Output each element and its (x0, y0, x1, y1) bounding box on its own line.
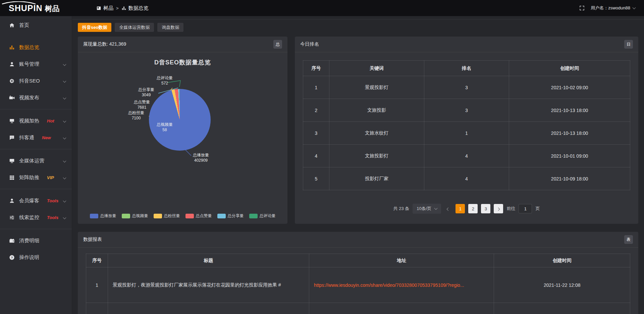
wallet-icon (9, 238, 15, 244)
sidebar-item-account[interactable]: 账号管理 (0, 56, 72, 72)
legend-item-likes[interactable]: 总点赞量 (185, 213, 212, 219)
sidebar-item-home[interactable]: 首页 (0, 17, 72, 34)
table-badge-button[interactable]: 表 (624, 235, 633, 244)
pie-callout-fans: 总粉丝量7100 (121, 110, 151, 121)
grid-icon (9, 175, 15, 180)
pie-callout-likes: 总点赞量7681 (127, 99, 157, 110)
main-content: 抖音seo数据 全媒体运营数据 询盘数据 展现量总数: 421,369 总 D音… (72, 16, 644, 314)
page-size-select[interactable]: 10条/页 (413, 204, 441, 214)
page-button-3[interactable]: 3 (481, 204, 490, 213)
sidebar-divider (0, 149, 72, 149)
legend-swatch (90, 214, 98, 218)
sidebar-item-video-publish[interactable]: 视频发布 (0, 89, 72, 106)
breadcrumb: 树品 > 数据总览 (96, 5, 149, 11)
table-row: 5投影灯厂家42021-10-09 18:00 (303, 167, 630, 190)
legend-swatch (122, 214, 130, 218)
data-report-panel: 数据报表 表 序号 标题 地址 创建时间 1 景观投影灯，夜游景观投影灯 (78, 232, 638, 314)
legend-item-comments[interactable]: 总评论量 (249, 213, 276, 219)
logo-arc (1, 1, 37, 4)
pie-callout-plays: 总播放量402909 (186, 152, 216, 163)
table-row: 3文旅水纹灯12021-10-13 18:00 (303, 122, 630, 145)
report-table: 序号 标题 地址 创建时间 1 景观投影灯，夜游景观投影灯厂家展示展示落花灯在花… (86, 254, 630, 314)
username-label: 用户名：zswodun88 (591, 5, 630, 11)
new-badge: New (42, 135, 51, 140)
legend-item-videos[interactable]: 总视频量 (122, 213, 148, 219)
ranking-table: 序号 关键词 排名 创建时间 1景观投影灯32021-10-02 09:00 2… (303, 60, 630, 190)
tab-inquiry-data[interactable]: 询盘数据 (157, 23, 183, 32)
bar-chart-icon (9, 45, 15, 50)
col-rank: 排名 (424, 61, 509, 76)
sidebar-item-douyin-seo[interactable]: 抖音SEO (0, 72, 72, 89)
chevron-down-icon (63, 136, 66, 139)
app-logo: SHUPIN 树品 (0, 4, 72, 12)
chevron-down-icon (434, 207, 438, 210)
sidebar: 首页 数据总览 账号管理 抖音SEO 视频发布 视频加热 Hot (0, 16, 72, 314)
legend-swatch (217, 214, 226, 218)
user-menu[interactable]: 用户名：zswodun88 (591, 5, 635, 11)
video-link[interactable]: https://www.iesdouyin.com/share/video/70… (314, 282, 464, 288)
total-badge-button[interactable]: 总 (273, 40, 282, 49)
content-divider (72, 16, 644, 19)
page-button-2[interactable]: 2 (468, 204, 478, 213)
pagination: 共 23 条 10条/页 1 2 3 前往 页 (295, 204, 638, 214)
col-keyword: 关键词 (329, 61, 424, 76)
goto-page-input[interactable] (519, 204, 532, 213)
sidebar-item-data-overview[interactable]: 数据总览 (0, 39, 72, 56)
legend-item-plays[interactable]: 总播放量 (90, 213, 116, 219)
chevron-down-icon (63, 96, 66, 99)
user-icon (9, 198, 15, 204)
breadcrumb-item-home[interactable]: 树品 (96, 5, 113, 11)
table-row: 2文旅投影32021-10-13 18:00 (303, 99, 630, 122)
data-tabs: 抖音seo数据 全媒体运营数据 询盘数据 (78, 23, 638, 32)
legend-swatch (154, 214, 162, 218)
col-index: 序号 (86, 254, 108, 267)
chevron-down-icon (63, 119, 66, 122)
goto-label: 前往 (506, 206, 515, 212)
sidebar-divider (0, 189, 72, 189)
pie-callout-comments: 总评论量572 (150, 75, 180, 86)
top-header: SHUPIN 树品 树品 > 数据总览 用户名：zswodun88 (0, 0, 644, 16)
sidebar-item-consumption[interactable]: 消费明细 (0, 232, 72, 249)
col-url: 地址 (309, 254, 494, 267)
table-row: 1 景观投影灯，夜游景观投影灯厂家展示展示落花灯在花园里的灯光投影应用效果 # … (86, 267, 630, 303)
page-button-1[interactable]: 1 (455, 204, 465, 213)
sidebar-item-matrix-boost[interactable]: 矩阵助推 VIP (0, 169, 72, 186)
chat-icon (9, 135, 15, 141)
day-badge-button[interactable]: 日 (624, 40, 633, 49)
table-row: 1景观投影灯32021-10-02 09:00 (303, 76, 630, 99)
chevron-down-icon (63, 216, 66, 219)
impressions-total-label: 展现量总数: 421,369 (83, 41, 126, 47)
sidebar-item-help[interactable]: ? 操作说明 (0, 249, 72, 266)
hot-badge: Hot (47, 118, 54, 123)
chevron-down-icon (63, 62, 66, 66)
sidebar-item-clue-monitor[interactable]: 线索监控 Tools (0, 209, 72, 226)
legend-item-shares[interactable]: 总分享量 (217, 213, 244, 219)
prev-page-button[interactable] (444, 206, 452, 211)
sidebar-item-member-baoke[interactable]: 会员爆客 Tools (0, 192, 72, 209)
col-index: 序号 (303, 61, 329, 76)
legend-item-fans[interactable]: 总粉丝量 (154, 213, 180, 219)
chevron-left-icon (447, 207, 450, 211)
chevron-down-icon (63, 176, 66, 179)
chevron-down-icon (63, 159, 66, 162)
home-icon (9, 22, 15, 28)
legend-swatch (185, 214, 194, 218)
table-row-partial (86, 303, 630, 314)
vip-badge: VIP (47, 175, 54, 180)
monitor-icon (9, 158, 15, 164)
goto-suffix: 页 (535, 206, 540, 212)
pie-callout-videos: 总视频量58 (150, 122, 180, 133)
tab-media-operation-data[interactable]: 全媒体运营数据 (115, 23, 154, 32)
ranking-panel-title: 今日排名 (300, 41, 319, 47)
fullscreen-icon[interactable] (579, 5, 585, 11)
pie-chart[interactable] (149, 89, 211, 151)
sidebar-item-douketong[interactable]: 抖客通 New (0, 129, 72, 146)
display-icon (9, 118, 15, 124)
pie-chart-area: D音SEO数据量总览 总评论量572 总分享量3049 总点赞量7681 (78, 52, 287, 223)
sidebar-item-video-heat[interactable]: 视频加热 Hot (0, 112, 72, 129)
pie-callout-shares: 总分享量3049 (131, 87, 161, 98)
sidebar-item-media-operation[interactable]: 全媒体运营 (0, 152, 72, 169)
breadcrumb-item-current[interactable]: 数据总览 (121, 5, 149, 11)
next-page-button[interactable] (494, 204, 503, 213)
tab-douyin-seo-data[interactable]: 抖音seo数据 (78, 23, 111, 32)
